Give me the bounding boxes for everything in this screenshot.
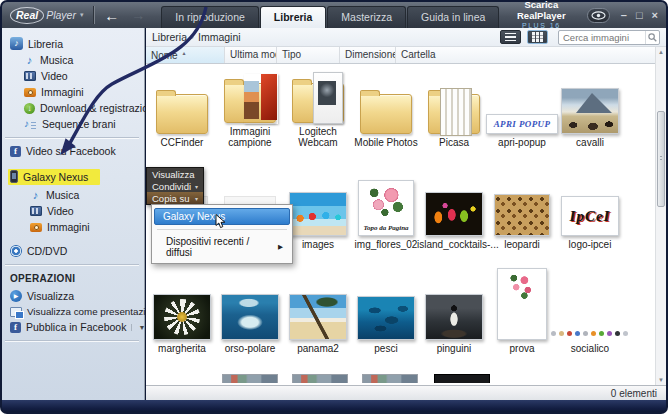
context-menu-item[interactable]: Visualizza	[147, 168, 203, 180]
column-header[interactable]: Ultima modifica	[225, 47, 277, 63]
breadcrumb-root[interactable]: Libreria	[152, 31, 187, 43]
submenu-item-galaxy-nexus[interactable]: Galaxy Nexus	[154, 208, 290, 225]
realplayer-window: Real Player ▾ ← → In riproduzione Librer…	[0, 0, 668, 414]
grid-item[interactable]: pesci	[352, 252, 420, 356]
column-header[interactable]: Dimensione	[340, 47, 396, 63]
grid-item-label: Mobile Photos	[354, 137, 417, 148]
logo-player-text: Player	[46, 9, 76, 21]
grid-item[interactable]: IpCeI logo-ipcei	[556, 150, 624, 252]
sidebar-item-icon	[24, 103, 35, 114]
realplayer-logo[interactable]: Real Player ▾	[10, 7, 83, 24]
sidebar-device-subitem[interactable]: Immagini	[2, 219, 144, 235]
column-header[interactable]: Nome	[146, 47, 225, 63]
sidebar-library-subitem[interactable]: Sequenze brani	[2, 116, 144, 132]
sidebar-library-subitem[interactable]: Immagini	[2, 84, 144, 100]
context-menu: Visualizza Condividi ▾ Copia su ▾	[146, 167, 204, 205]
grid-item-thumbnail: IpCeI	[561, 196, 619, 236]
operation-pubblica-facebook[interactable]: Pubblica in Facebook ▼	[2, 319, 144, 335]
grid-item[interactable]: Immagini campione	[216, 64, 284, 150]
search-button[interactable]	[645, 31, 659, 44]
grid-item[interactable]: orso-polare	[216, 252, 284, 356]
main-tab[interactable]: Guida in linea	[407, 6, 499, 28]
grid-item[interactable]: Logitech Webcam	[284, 64, 352, 150]
column-header[interactable]: Tipo	[277, 47, 340, 63]
list-view-button[interactable]	[500, 30, 521, 44]
sidebar-item-icon	[30, 206, 42, 216]
phone-icon	[10, 170, 18, 183]
main-tab[interactable]: Masterizza	[327, 6, 406, 28]
grid-item-label: cavalli	[576, 137, 604, 148]
sidebar: Libreria Musica Video Immagini	[2, 28, 145, 400]
grid-item[interactable]: island_cocktails-...	[420, 150, 488, 252]
sidebar-item-icon	[24, 55, 35, 66]
sidebar-item-cddvd[interactable]: CD/DVD	[2, 243, 144, 259]
grid-item[interactable]: CCFinder	[148, 64, 216, 150]
grid-item-label: pinguini	[437, 343, 471, 354]
grid-item-label: images	[302, 239, 334, 250]
search-input[interactable]	[559, 32, 645, 43]
sidebar-library-subitem[interactable]: Download & registrazioni	[2, 100, 144, 116]
sidebar-item-libreria[interactable]: Libreria	[2, 35, 144, 52]
sidebar-library-subitem[interactable]: Musica	[2, 52, 144, 68]
main-tab[interactable]: In riproduzione	[161, 6, 258, 28]
sidebar-item-label: Video	[47, 205, 74, 217]
grid-item-label: Picasa	[439, 137, 469, 148]
sidebar-separator	[5, 137, 139, 138]
privacy-eye-button[interactable]	[587, 8, 610, 23]
sidebar-device-subitem[interactable]: Musica	[2, 187, 144, 203]
grid-item[interactable]: cavalli	[556, 64, 624, 150]
minimize-button[interactable]: –	[621, 10, 627, 21]
maximize-button[interactable]: □	[636, 10, 643, 21]
scroll-down-arrow-icon[interactable]: ▼	[656, 375, 666, 385]
grid-item[interactable]: margherita	[148, 252, 216, 356]
close-button[interactable]: ×	[652, 10, 658, 21]
scroll-up-arrow-icon[interactable]: ▲	[656, 47, 666, 57]
sidebar-item-video-su-facebook[interactable]: Video su Facebook	[2, 143, 144, 159]
grid-item[interactable]: Picasa	[420, 64, 488, 150]
sidebar-separator	[5, 340, 139, 341]
back-button[interactable]: ←	[104, 8, 119, 23]
main-tab[interactable]: Libreria	[260, 6, 327, 28]
column-header-label: Nome	[151, 50, 178, 61]
grid-item[interactable]: prova	[488, 252, 556, 356]
partial-thumbnail[interactable]	[434, 374, 490, 383]
operation-presentazione[interactable]: Visualizza come presentazione	[2, 304, 144, 319]
grid-item[interactable]: Mobile Photos	[352, 64, 420, 150]
forward-button[interactable]: →	[131, 8, 145, 22]
grid-item[interactable]: APRI POPUP apri-popup	[488, 64, 556, 150]
chevron-down-icon[interactable]: ▼	[131, 324, 145, 331]
sidebar-item-galaxy-nexus[interactable]: Galaxy Nexus	[2, 167, 144, 187]
context-menu-item[interactable]: Condividi ▾	[147, 180, 203, 192]
partial-thumbnail[interactable]	[222, 374, 278, 383]
grid-item-thumbnail	[561, 88, 619, 134]
grid-item[interactable]: images	[284, 150, 352, 252]
grid-item[interactable]: Topo da Pagina img_flores_02	[352, 150, 420, 252]
grid-item[interactable]: panama2	[284, 252, 352, 356]
partial-thumbnail[interactable]	[362, 374, 418, 383]
grid-item[interactable]: socialico	[556, 252, 624, 356]
grid-item-thumbnail	[360, 94, 412, 134]
sidebar-item-label: Galaxy Nexus	[23, 171, 88, 183]
submenu-item-dispositivi[interactable]: Dispositivi recenti / diffusi ▶	[154, 234, 290, 260]
sidebar-item-label: Download & registrazioni	[40, 102, 156, 114]
download-realplayer-link[interactable]: Scarica RealPlayer PLUS 16	[506, 0, 576, 30]
operation-visualizza[interactable]: Visualizza	[2, 288, 144, 304]
scrollbar-thumb[interactable]	[657, 111, 665, 207]
sidebar-device-subitem[interactable]: Video	[2, 203, 144, 219]
partial-thumbnail[interactable]	[292, 374, 348, 383]
chevron-down-icon[interactable]: ▾	[80, 11, 84, 19]
grid-view-button[interactable]	[527, 30, 548, 44]
column-header-label: Cartella	[401, 49, 435, 60]
column-header[interactable]: Cartella	[396, 47, 655, 63]
grid-item-thumbnail	[292, 83, 344, 123]
grid-item[interactable]: leopardi	[488, 150, 556, 252]
grid-item[interactable]: pinguini	[420, 252, 488, 356]
titlebar-divider	[93, 6, 94, 24]
context-menu-item-label: Visualizza	[152, 169, 195, 180]
search-icon	[648, 33, 657, 42]
title-bar: Real Player ▾ ← → In riproduzione Librer…	[2, 2, 666, 28]
vertical-scrollbar[interactable]: ▲ ▼	[655, 47, 666, 385]
context-menu-item[interactable]: Copia su ▾	[147, 192, 203, 204]
submenu-item-label: Dispositivi recenti / diffusi	[166, 236, 278, 258]
sidebar-library-subitem[interactable]: Video	[2, 68, 144, 84]
